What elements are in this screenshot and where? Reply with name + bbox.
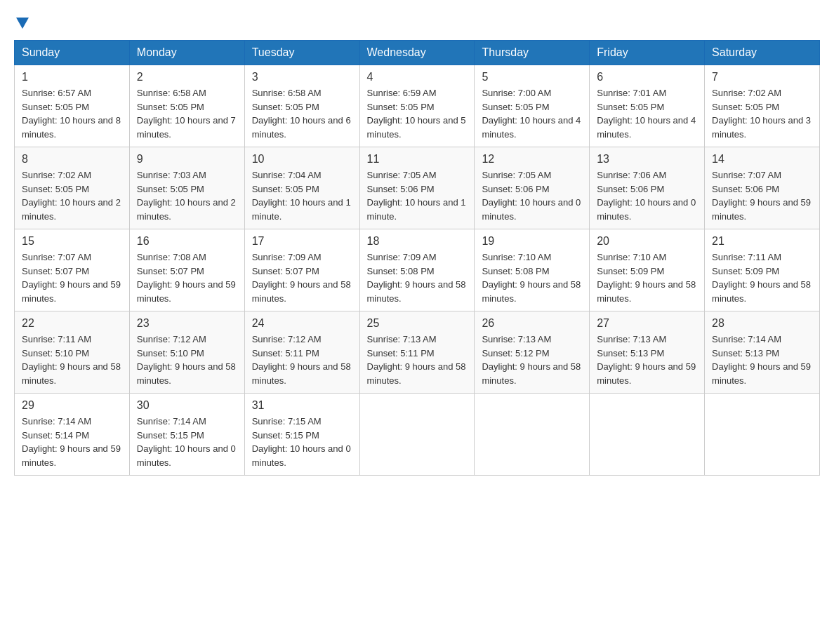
day-info: Sunrise: 7:05 AMSunset: 5:06 PMDaylight:… [367,170,466,222]
calendar-cell: 9 Sunrise: 7:03 AMSunset: 5:05 PMDayligh… [129,147,244,229]
day-number: 9 [137,153,237,166]
day-info: Sunrise: 7:10 AMSunset: 5:09 PMDaylight:… [597,252,696,304]
day-number: 7 [712,71,812,83]
day-number: 23 [137,317,237,330]
calendar-cell: 19 Sunrise: 7:10 AMSunset: 5:08 PMDaylig… [475,229,590,311]
day-info: Sunrise: 7:09 AMSunset: 5:08 PMDaylight:… [367,252,466,304]
day-info: Sunrise: 7:03 AMSunset: 5:05 PMDaylight:… [137,170,236,222]
day-number: 6 [597,71,697,83]
day-number: 19 [482,235,582,248]
day-number: 27 [597,317,697,330]
col-header-wednesday: Wednesday [359,41,475,65]
day-number: 15 [22,235,122,248]
col-header-sunday: Sunday [15,41,130,65]
calendar-cell: 12 Sunrise: 7:05 AMSunset: 5:06 PMDaylig… [475,147,590,229]
calendar-cell: 5 Sunrise: 7:00 AMSunset: 5:05 PMDayligh… [475,65,590,147]
day-info: Sunrise: 7:02 AMSunset: 5:05 PMDaylight:… [712,88,811,140]
day-number: 31 [252,399,352,412]
calendar-cell: 21 Sunrise: 7:11 AMSunset: 5:09 PMDaylig… [705,229,820,311]
calendar-cell: 1 Sunrise: 6:57 AMSunset: 5:05 PMDayligh… [15,65,130,147]
day-number: 2 [137,71,237,83]
calendar-cell: 14 Sunrise: 7:07 AMSunset: 5:06 PMDaylig… [705,147,820,229]
day-number: 18 [367,235,468,248]
day-info: Sunrise: 7:11 AMSunset: 5:10 PMDaylight:… [22,334,121,386]
calendar-cell: 26 Sunrise: 7:13 AMSunset: 5:12 PMDaylig… [475,311,590,394]
day-info: Sunrise: 7:02 AMSunset: 5:05 PMDaylight:… [22,170,121,222]
calendar-header-row: SundayMondayTuesdayWednesdayThursdayFrid… [15,41,820,65]
day-info: Sunrise: 6:59 AMSunset: 5:05 PMDaylight:… [367,88,466,140]
calendar-cell: 10 Sunrise: 7:04 AMSunset: 5:05 PMDaylig… [244,147,359,229]
day-number: 10 [252,153,352,166]
calendar-cell [475,394,590,476]
day-info: Sunrise: 7:13 AMSunset: 5:11 PMDaylight:… [367,334,466,386]
day-number: 17 [252,235,352,248]
day-info: Sunrise: 7:05 AMSunset: 5:06 PMDaylight:… [482,170,581,222]
day-info: Sunrise: 6:58 AMSunset: 5:05 PMDaylight:… [252,88,351,140]
day-number: 30 [137,399,237,412]
col-header-friday: Friday [590,41,705,65]
col-header-saturday: Saturday [705,41,820,65]
calendar-week-row: 15 Sunrise: 7:07 AMSunset: 5:07 PMDaylig… [15,229,820,311]
day-number: 24 [252,317,352,330]
col-header-thursday: Thursday [475,41,590,65]
day-info: Sunrise: 7:06 AMSunset: 5:06 PMDaylight:… [597,170,696,222]
day-info: Sunrise: 6:58 AMSunset: 5:05 PMDaylight:… [137,88,236,140]
day-info: Sunrise: 7:12 AMSunset: 5:10 PMDaylight:… [137,334,236,386]
day-number: 8 [22,153,122,166]
day-info: Sunrise: 7:01 AMSunset: 5:05 PMDaylight:… [597,88,696,140]
calendar-cell: 6 Sunrise: 7:01 AMSunset: 5:05 PMDayligh… [590,65,705,147]
calendar-cell: 4 Sunrise: 6:59 AMSunset: 5:05 PMDayligh… [359,65,475,147]
calendar-cell: 29 Sunrise: 7:14 AMSunset: 5:14 PMDaylig… [15,394,130,476]
day-number: 25 [367,317,468,330]
calendar-table: SundayMondayTuesdayWednesdayThursdayFrid… [14,40,820,476]
day-info: Sunrise: 7:08 AMSunset: 5:07 PMDaylight:… [137,252,236,304]
day-number: 12 [482,153,582,166]
col-header-monday: Monday [129,41,244,65]
day-number: 29 [22,399,122,412]
day-number: 3 [252,71,352,83]
logo-triangle-icon [16,18,29,29]
calendar-cell: 17 Sunrise: 7:09 AMSunset: 5:07 PMDaylig… [244,229,359,311]
calendar-cell [359,394,475,476]
day-number: 22 [22,317,122,330]
logo [14,14,29,26]
calendar-cell: 31 Sunrise: 7:15 AMSunset: 5:15 PMDaylig… [244,394,359,476]
day-info: Sunrise: 7:11 AMSunset: 5:09 PMDaylight:… [712,252,811,304]
day-info: Sunrise: 7:07 AMSunset: 5:06 PMDaylight:… [712,170,811,222]
day-number: 20 [597,235,697,248]
day-number: 13 [597,153,697,166]
day-info: Sunrise: 7:09 AMSunset: 5:07 PMDaylight:… [252,252,351,304]
calendar-cell [705,394,820,476]
calendar-cell: 7 Sunrise: 7:02 AMSunset: 5:05 PMDayligh… [705,65,820,147]
day-info: Sunrise: 7:14 AMSunset: 5:15 PMDaylight:… [137,416,236,468]
calendar-cell: 20 Sunrise: 7:10 AMSunset: 5:09 PMDaylig… [590,229,705,311]
day-info: Sunrise: 6:57 AMSunset: 5:05 PMDaylight:… [22,88,121,140]
calendar-week-row: 29 Sunrise: 7:14 AMSunset: 5:14 PMDaylig… [15,394,820,476]
calendar-cell: 23 Sunrise: 7:12 AMSunset: 5:10 PMDaylig… [129,311,244,394]
page-header [14,14,820,26]
day-info: Sunrise: 7:12 AMSunset: 5:11 PMDaylight:… [252,334,351,386]
calendar-cell [590,394,705,476]
calendar-cell: 25 Sunrise: 7:13 AMSunset: 5:11 PMDaylig… [359,311,475,394]
day-number: 28 [712,317,812,330]
day-info: Sunrise: 7:00 AMSunset: 5:05 PMDaylight:… [482,88,581,140]
day-info: Sunrise: 7:14 AMSunset: 5:13 PMDaylight:… [712,334,811,386]
svg-marker-0 [16,18,29,29]
calendar-cell: 24 Sunrise: 7:12 AMSunset: 5:11 PMDaylig… [244,311,359,394]
day-number: 14 [712,153,812,166]
day-info: Sunrise: 7:14 AMSunset: 5:14 PMDaylight:… [22,416,121,468]
day-number: 4 [367,71,468,83]
calendar-week-row: 8 Sunrise: 7:02 AMSunset: 5:05 PMDayligh… [15,147,820,229]
calendar-cell: 27 Sunrise: 7:13 AMSunset: 5:13 PMDaylig… [590,311,705,394]
calendar-cell: 15 Sunrise: 7:07 AMSunset: 5:07 PMDaylig… [15,229,130,311]
day-number: 21 [712,235,812,248]
day-info: Sunrise: 7:15 AMSunset: 5:15 PMDaylight:… [252,416,351,468]
calendar-week-row: 1 Sunrise: 6:57 AMSunset: 5:05 PMDayligh… [15,65,820,147]
calendar-cell: 22 Sunrise: 7:11 AMSunset: 5:10 PMDaylig… [15,311,130,394]
col-header-tuesday: Tuesday [244,41,359,65]
calendar-cell: 2 Sunrise: 6:58 AMSunset: 5:05 PMDayligh… [129,65,244,147]
day-info: Sunrise: 7:07 AMSunset: 5:07 PMDaylight:… [22,252,121,304]
calendar-cell: 28 Sunrise: 7:14 AMSunset: 5:13 PMDaylig… [705,311,820,394]
day-number: 26 [482,317,582,330]
day-info: Sunrise: 7:04 AMSunset: 5:05 PMDaylight:… [252,170,351,222]
